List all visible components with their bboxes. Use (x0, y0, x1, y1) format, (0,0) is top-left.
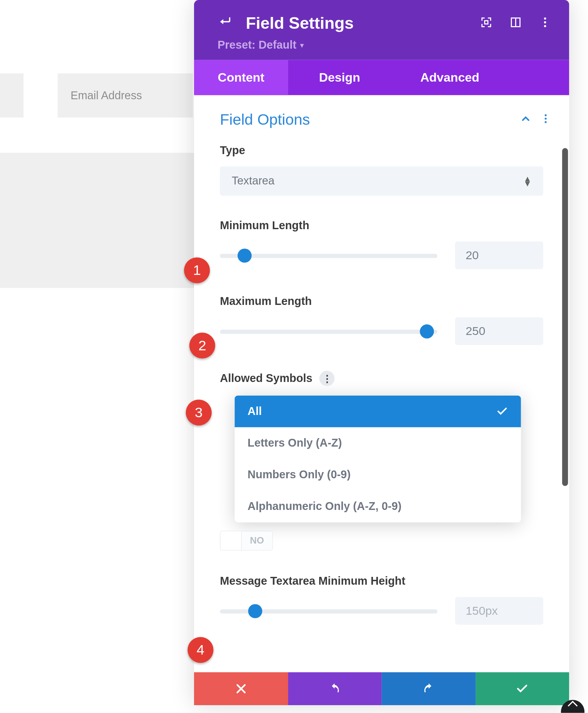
preset-label: Preset: Default (217, 39, 296, 52)
annotation-badge-3: 3 (186, 399, 212, 425)
svg-point-1 (544, 18, 546, 20)
save-button[interactable] (475, 672, 569, 705)
tab-advanced[interactable]: Advanced (391, 60, 509, 95)
undo-button[interactable] (288, 672, 381, 705)
min-length-label: Minimum Length (220, 219, 543, 232)
expand-icon[interactable] (480, 16, 493, 31)
bottom-bar (194, 672, 569, 705)
allowed-symbols-options-icon[interactable]: ⋮ (319, 371, 335, 386)
scrollbar[interactable] (562, 148, 568, 486)
more-icon[interactable] (539, 16, 552, 31)
email-address-field[interactable]: Email Address (58, 73, 193, 117)
svg-point-3 (544, 25, 546, 27)
svg-point-4 (545, 114, 547, 116)
svg-point-5 (545, 117, 547, 120)
select-arrows-icon: ▲▼ (523, 176, 531, 186)
allowed-symbols-dropdown: All Letters Only (A-Z) Numbers Only (0-9… (234, 395, 521, 522)
preset-selector[interactable]: Preset: Default ▼ (217, 39, 551, 52)
cancel-button[interactable] (194, 672, 288, 705)
tabs: Content Design Advanced (194, 60, 569, 95)
annotation-badge-2: 2 (189, 333, 215, 359)
max-length-label: Maximum Length (220, 295, 543, 308)
svg-point-2 (544, 21, 546, 23)
annotation-badge-4: 4 (188, 637, 213, 663)
allowed-symbols-option-all[interactable]: All (234, 395, 521, 427)
collapse-icon[interactable] (520, 113, 531, 127)
min-length-input[interactable]: 20 (455, 242, 543, 269)
tab-design[interactable]: Design (288, 60, 391, 95)
type-label: Type (220, 144, 543, 157)
min-height-label: Message Textarea Minimum Height (220, 575, 432, 588)
allowed-symbols-option-letters[interactable]: Letters Only (A-Z) (234, 427, 521, 459)
svg-point-6 (545, 121, 547, 123)
panel-title: Field Settings (246, 14, 354, 33)
annotation-badge-1: 1 (184, 257, 210, 283)
min-height-slider[interactable] (220, 605, 437, 617)
type-select[interactable]: Textarea ▲▼ (220, 166, 543, 196)
background-field-fragment (0, 73, 23, 117)
panel-header: Field Settings Preset: Default ▼ (194, 0, 569, 60)
check-icon (496, 406, 508, 417)
section-title[interactable]: Field Options (220, 110, 310, 129)
back-icon[interactable] (217, 15, 233, 32)
svg-rect-0 (485, 21, 488, 24)
type-value: Textarea (232, 175, 274, 188)
panel-body: Field Options Type Textarea ▲▼ (194, 95, 569, 655)
max-length-input[interactable]: 250 (455, 317, 543, 345)
allowed-symbols-option-alphanumeric[interactable]: Alphanumeric Only (A-Z, 0-9) (234, 491, 521, 522)
tab-content[interactable]: Content (194, 60, 288, 95)
columns-icon[interactable] (509, 16, 522, 31)
min-length-slider[interactable] (220, 250, 437, 261)
min-height-input[interactable]: 150px (455, 597, 543, 625)
redo-button[interactable] (381, 672, 475, 705)
field-settings-panel: Field Settings Preset: Default ▼ (194, 0, 569, 705)
allowed-symbols-option-numbers[interactable]: Numbers Only (0-9) (234, 459, 521, 491)
toggle-no[interactable]: NO (220, 531, 273, 550)
section-more-icon[interactable] (540, 113, 551, 127)
caret-down-icon: ▼ (299, 42, 306, 49)
max-length-slider[interactable] (220, 325, 437, 337)
allowed-symbols-label: Allowed Symbols (220, 372, 312, 385)
background-textarea-fragment[interactable] (0, 153, 194, 288)
email-placeholder: Email Address (70, 89, 142, 102)
